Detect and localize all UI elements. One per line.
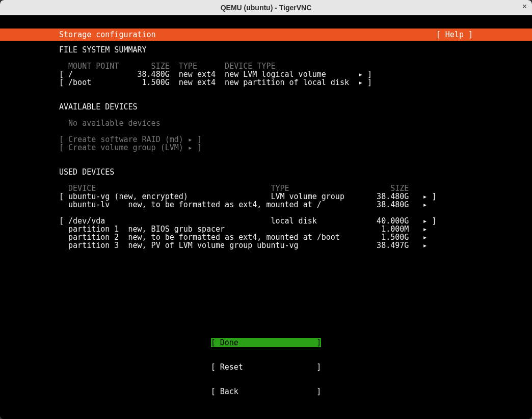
done-button[interactable]: [ Done ] bbox=[211, 338, 322, 347]
window-title: QEMU (ubuntu) - TigerVNC bbox=[221, 4, 312, 12]
used-device-partition[interactable]: partition 3 new, PV of LVM volume group … bbox=[59, 241, 427, 250]
action-buttons: [ Done ] [ Reset ] [ Back ] bbox=[0, 322, 532, 412]
reset-button[interactable]: [ Reset ] bbox=[211, 362, 322, 372]
back-button[interactable]: [ Back ] bbox=[211, 387, 322, 396]
page-title: Storage configuration bbox=[0, 29, 436, 41]
window-gap bbox=[0, 15, 532, 29]
help-button[interactable]: [ Help ] bbox=[436, 29, 532, 41]
used-devices-title: USED DEVICES bbox=[59, 167, 114, 177]
no-available-devices: No available devices bbox=[59, 119, 161, 128]
fs-row[interactable]: [ /boot 1.500G new ext4 new partition of… bbox=[59, 78, 372, 87]
terminal-area: FILE SYSTEM SUMMARY MOUNT POINT SIZE TYP… bbox=[0, 41, 532, 419]
vnc-window: QEMU (ubuntu) - TigerVNC × Storage confi… bbox=[0, 0, 532, 419]
close-icon[interactable]: × bbox=[522, 2, 527, 11]
window-titlebar[interactable]: QEMU (ubuntu) - TigerVNC × bbox=[0, 0, 532, 15]
installer-header: Storage configuration [ Help ] bbox=[0, 29, 532, 41]
create-lvm-button[interactable]: [ Create volume group (LVM) ▸ ] bbox=[59, 143, 202, 152]
used-device-lv[interactable]: ubuntu-lv new, to be formatted as ext4, … bbox=[59, 200, 427, 209]
fs-summary-title: FILE SYSTEM SUMMARY bbox=[59, 45, 147, 54]
available-devices-title: AVAILABLE DEVICES bbox=[59, 102, 138, 111]
